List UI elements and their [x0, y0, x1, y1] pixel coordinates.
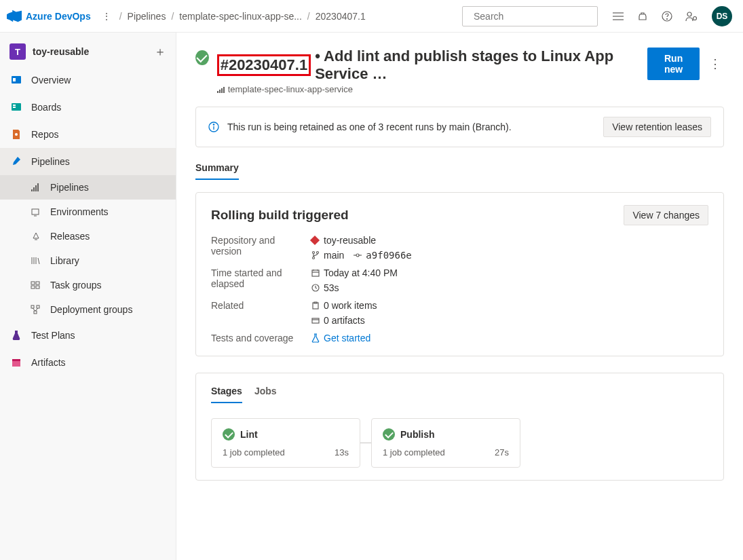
- page-title: #20230407.1 • Add lint and publish stage…: [217, 48, 640, 83]
- branch-link[interactable]: main: [324, 250, 344, 261]
- commit-icon: [354, 251, 362, 259]
- started-time: Today at 4:40 PM: [324, 267, 398, 278]
- svg-rect-29: [36, 286, 39, 288]
- sidebar-item-artifacts[interactable]: Artifacts: [0, 349, 176, 376]
- view-retention-button[interactable]: View retention leases: [603, 117, 711, 137]
- crumb-run[interactable]: 20230407.1: [316, 11, 366, 22]
- more-actions-icon[interactable]: ⋮: [706, 54, 724, 74]
- info-icon: [208, 122, 219, 132]
- run-new-button[interactable]: Run new: [647, 48, 700, 80]
- sidebar-sub-environments[interactable]: Environments: [0, 200, 176, 224]
- sidebar-item-test-plans[interactable]: Test Plans: [0, 322, 176, 349]
- sidebar-sub-deployment-groups[interactable]: Deployment groups: [0, 297, 176, 322]
- artifacts-count[interactable]: 0 artifacts: [324, 315, 365, 326]
- svg-line-33: [33, 308, 35, 311]
- run-title-row: #20230407.1 • Add lint and publish stage…: [195, 48, 724, 94]
- project-header[interactable]: T toy-reusable ＋: [0, 37, 176, 67]
- project-badge: T: [9, 43, 26, 60]
- get-started-link[interactable]: Get started: [324, 333, 370, 343]
- svg-rect-38: [219, 90, 221, 93]
- summary-tab[interactable]: Summary: [195, 162, 239, 180]
- svg-rect-28: [31, 286, 35, 288]
- product-logo[interactable]: Azure DevOps: [7, 9, 91, 24]
- svg-point-47: [356, 254, 359, 257]
- commit-link[interactable]: a9f0966e: [366, 250, 411, 261]
- sidebar-sub-task-groups[interactable]: Task groups: [0, 273, 176, 297]
- success-icon: [195, 50, 209, 65]
- stage-lint[interactable]: Lint 1 job completed 13s: [211, 418, 360, 468]
- releases-icon: [28, 229, 42, 243]
- calendar-icon: [311, 269, 320, 277]
- sidebar-sub-releases[interactable]: Releases: [0, 224, 176, 248]
- workitem-icon: [311, 301, 320, 310]
- avatar[interactable]: DS: [712, 6, 732, 26]
- related-label: Related: [211, 300, 299, 326]
- task-groups-icon: [28, 278, 42, 292]
- artifacts-icon: [9, 356, 23, 369]
- elapsed-time: 53s: [324, 282, 339, 293]
- svg-rect-18: [37, 183, 39, 191]
- svg-rect-50: [312, 270, 319, 276]
- work-items[interactable]: 0 work items: [324, 300, 377, 311]
- branch-icon: [311, 250, 320, 260]
- product-name: Azure DevOps: [26, 11, 91, 22]
- tab-stages[interactable]: Stages: [211, 386, 242, 403]
- svg-rect-17: [35, 185, 37, 191]
- marketplace-icon[interactable]: [636, 10, 649, 23]
- sidebar: T toy-reusable ＋ Overview Boards Repos: [0, 33, 176, 560]
- svg-rect-31: [37, 305, 39, 308]
- svg-rect-13: [13, 107, 16, 108]
- deployment-groups-icon: [28, 303, 42, 316]
- run-title-rest: • Add lint and publish stages to Linux A…: [315, 48, 639, 83]
- svg-point-6: [667, 18, 668, 19]
- stage-connector: [360, 443, 371, 443]
- svg-rect-40: [223, 87, 225, 93]
- svg-rect-39: [221, 88, 223, 93]
- repo-label: Repository and version: [211, 235, 299, 261]
- overview-icon: [9, 73, 23, 87]
- svg-rect-15: [31, 189, 33, 191]
- tests-label: Tests and coverage: [211, 333, 299, 343]
- repo-icon: [310, 236, 320, 245]
- add-icon[interactable]: ＋: [154, 43, 166, 60]
- sidebar-item-repos[interactable]: Repos: [0, 121, 176, 148]
- help-icon[interactable]: [660, 10, 674, 23]
- sidebar-item-pipelines[interactable]: Pipelines: [0, 148, 176, 175]
- sidebar-sub-library[interactable]: Library: [0, 248, 176, 273]
- stages-card: Stages Jobs Lint 1 job completed 13s: [195, 373, 724, 481]
- boards-icon: [9, 100, 23, 114]
- svg-point-14: [15, 133, 18, 136]
- sidebar-item-overview[interactable]: Overview: [0, 67, 176, 94]
- view-changes-button[interactable]: View 7 changes: [624, 205, 708, 225]
- pipeline-name-sub[interactable]: template-spec-linux-app-service: [217, 84, 640, 94]
- svg-rect-32: [34, 311, 37, 314]
- summary-title: Rolling build triggered: [211, 208, 349, 223]
- top-icons: DS: [611, 6, 732, 26]
- repo-link[interactable]: toy-reusable: [311, 235, 708, 246]
- crumb-pipeline-name[interactable]: template-spec-linux-app-se...: [179, 11, 302, 22]
- banner-text: This run is being retained as one of 3 r…: [227, 122, 512, 132]
- svg-point-46: [313, 257, 315, 259]
- pipelines-sub-icon: [28, 181, 42, 194]
- svg-rect-27: [36, 282, 39, 284]
- svg-rect-30: [31, 305, 34, 308]
- list-icon[interactable]: [611, 10, 625, 23]
- user-settings-icon[interactable]: [685, 10, 698, 23]
- clock-icon: [311, 284, 320, 292]
- search-input[interactable]: [462, 6, 598, 26]
- svg-rect-19: [32, 209, 39, 214]
- sidebar-sub-pipelines[interactable]: Pipelines: [0, 175, 176, 200]
- crumb-pipelines[interactable]: Pipelines: [128, 11, 166, 22]
- stage-publish[interactable]: Publish 1 job completed 27s: [371, 418, 520, 468]
- tab-jobs[interactable]: Jobs: [254, 386, 277, 403]
- success-icon: [223, 428, 235, 441]
- svg-line-25: [38, 258, 39, 264]
- org-switcher[interactable]: ⋮: [99, 11, 114, 22]
- svg-rect-36: [12, 359, 20, 361]
- project-name: toy-reusable: [33, 46, 89, 57]
- svg-point-44: [313, 252, 315, 254]
- summary-card: Rolling build triggered View 7 changes R…: [195, 192, 724, 356]
- sidebar-item-boards[interactable]: Boards: [0, 94, 176, 121]
- pipeline-sub-icon: [217, 86, 225, 94]
- pipelines-icon: [9, 155, 23, 168]
